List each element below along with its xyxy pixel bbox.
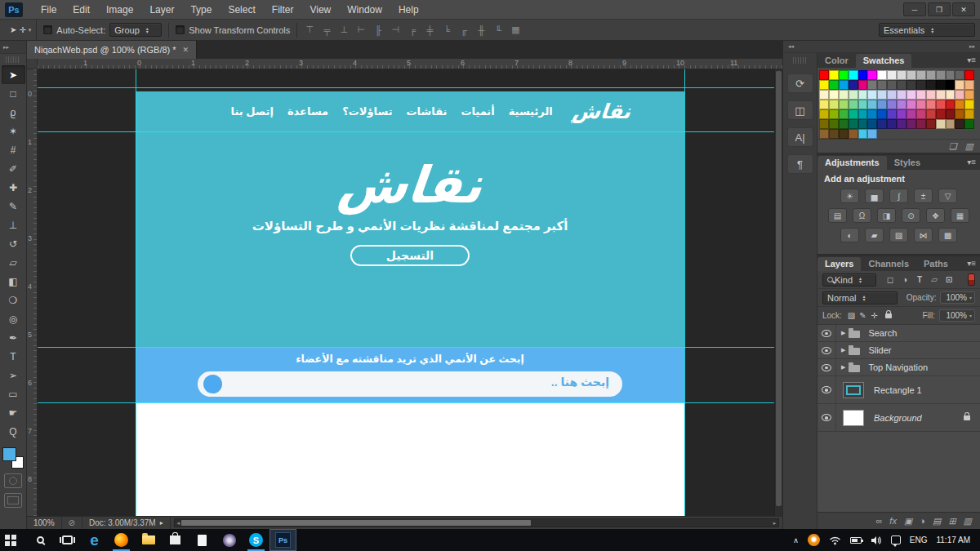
menu-select[interactable]: Select (220, 2, 263, 18)
color-swatch[interactable] (897, 119, 906, 129)
window-restore-button[interactable]: ❐ (928, 2, 951, 16)
layer-filter-kind-dropdown[interactable]: Kind (822, 273, 876, 287)
zoom-tool[interactable]: Q (2, 422, 25, 441)
color-swatch[interactable] (877, 70, 887, 80)
color-swatch[interactable] (877, 100, 887, 109)
layer-style-button[interactable]: fx (889, 516, 897, 526)
color-swatch[interactable] (877, 119, 887, 129)
layer-filter-toggle[interactable] (968, 273, 975, 286)
firefox-browser[interactable] (108, 529, 135, 551)
color-swatch[interactable] (849, 90, 858, 100)
visibility-toggle[interactable] (817, 359, 836, 375)
history-brush-tool[interactable]: ↺ (2, 234, 25, 253)
document-app[interactable] (189, 529, 216, 551)
menu-filter[interactable]: Filter (264, 2, 302, 18)
menu-type[interactable]: Type (182, 2, 220, 18)
color-swatch[interactable] (887, 90, 897, 100)
color-swatch[interactable] (964, 70, 974, 80)
hue-saturation-button[interactable]: ▤ (828, 208, 847, 223)
color-swatch[interactable] (906, 70, 916, 80)
curves-button[interactable]: ∫ (889, 189, 908, 203)
color-swatch[interactable] (955, 119, 964, 129)
taskbar-search-button[interactable] (27, 529, 54, 551)
nav-item-تساؤلات؟[interactable]: تساؤلات؟ (342, 105, 392, 118)
vertical-scrollbar-thumb[interactable] (776, 71, 782, 506)
horizontal-ruler[interactable]: 10123456789101112 (38, 59, 782, 69)
color-swatch[interactable] (946, 119, 956, 129)
color-swatch[interactable] (955, 70, 964, 80)
tools-collapse-button[interactable]: ▸▸ (0, 41, 26, 54)
new-group-button[interactable]: ▤ (933, 516, 941, 527)
visibility-toggle[interactable] (817, 325, 836, 341)
color-swatch[interactable] (858, 70, 868, 80)
color-swatch[interactable] (849, 100, 858, 109)
eyedropper-tool[interactable]: ✐ (2, 159, 25, 178)
lock-position-button[interactable]: ✛ (869, 311, 880, 320)
add-layer-mask-button[interactable]: ▣ (904, 516, 912, 527)
color-swatch[interactable] (916, 90, 926, 100)
psd-document[interactable]: نقاش BETA الرئيسيةأنمياتنقاشاتتساؤلات؟مس… (136, 91, 684, 516)
color-swatch[interactable] (906, 90, 916, 100)
color-swatch[interactable] (946, 109, 956, 119)
layers-tab-paths[interactable]: Paths (916, 257, 956, 271)
color-swatch[interactable] (829, 109, 839, 119)
color-swatch[interactable] (926, 80, 936, 90)
invert-button[interactable]: ◐ (840, 228, 859, 242)
tray-app-icon[interactable] (808, 534, 820, 546)
file-explorer[interactable] (135, 529, 162, 551)
color-swatch[interactable] (897, 90, 906, 100)
collapse-panels-right-icon[interactable]: ▸▸ (969, 43, 975, 50)
character-panel-icon[interactable]: A| (787, 127, 813, 147)
color-swatch[interactable] (829, 119, 839, 129)
filter-smart-objects-button[interactable]: ⊡ (942, 275, 956, 284)
align-vertical-centers-button[interactable]: ╤ (321, 25, 332, 35)
new-layer-button[interactable]: ⊞ (948, 516, 956, 527)
align-left-edges-button[interactable]: ⊢ (355, 24, 367, 35)
auto-align-layers-button[interactable]: ▦ (510, 24, 521, 35)
document-size-info[interactable]: Doc: 3.00M/3.37M ▸ (82, 517, 171, 529)
zoom-level[interactable]: 100% (27, 517, 62, 529)
filter-type-layers-button[interactable]: T (913, 275, 926, 284)
menu-window[interactable]: Window (339, 2, 390, 18)
color-swatch[interactable] (849, 119, 858, 129)
color-swatch[interactable] (839, 100, 849, 109)
color-swatch[interactable] (964, 100, 974, 109)
filter-adjustment-layers-button[interactable]: ◑ (898, 275, 911, 284)
color-swatch[interactable] (829, 90, 839, 100)
menu-help[interactable]: Help (390, 2, 427, 18)
menu-view[interactable]: View (301, 2, 339, 18)
color-swatch[interactable] (819, 109, 829, 119)
posterize-button[interactable]: ▰ (865, 228, 884, 242)
link-layers-button[interactable]: ∞ (876, 516, 883, 526)
eraser-tool[interactable]: ▱ (2, 253, 25, 272)
color-swatch[interactable] (858, 109, 868, 119)
distribute-left-edges-button[interactable]: ╓ (458, 25, 470, 35)
color-swatch[interactable] (916, 100, 926, 109)
menu-edit[interactable]: Edit (65, 2, 98, 18)
color-swatch[interactable] (964, 90, 974, 100)
rectangular-marquee-tool[interactable]: □ (2, 84, 25, 103)
hand-tool[interactable]: ☛ (2, 403, 25, 422)
expand-arrow-icon[interactable]: ▶ (841, 364, 845, 371)
align-right-edges-button[interactable]: ⊣ (390, 24, 401, 35)
history-panel-icon[interactable]: ⟳ (787, 73, 813, 93)
color-swatch[interactable] (897, 80, 906, 90)
expand-arrow-icon[interactable]: ▶ (841, 330, 845, 336)
blend-mode-dropdown[interactable]: Normal (822, 291, 898, 304)
browser-app[interactable] (216, 529, 243, 551)
panel-grip[interactable] (793, 57, 808, 64)
color-swatch[interactable] (946, 70, 956, 80)
volume-icon[interactable] (871, 535, 882, 545)
paragraph-panel-icon[interactable]: ¶ (787, 154, 813, 174)
color-swatch[interactable] (839, 80, 849, 90)
color-swatch[interactable] (849, 70, 858, 80)
scroll-right-arrow-icon[interactable]: ▸ (771, 519, 778, 527)
color-swatch[interactable] (916, 109, 926, 119)
language-indicator[interactable]: ENG (910, 535, 928, 544)
color-swatch[interactable] (867, 129, 877, 139)
color-swatch[interactable] (936, 80, 946, 90)
panel-grip[interactable] (6, 56, 20, 63)
color-swatch[interactable] (829, 80, 839, 90)
color-lookup-button[interactable]: ▦ (951, 208, 969, 223)
skype[interactable]: S (243, 529, 270, 551)
